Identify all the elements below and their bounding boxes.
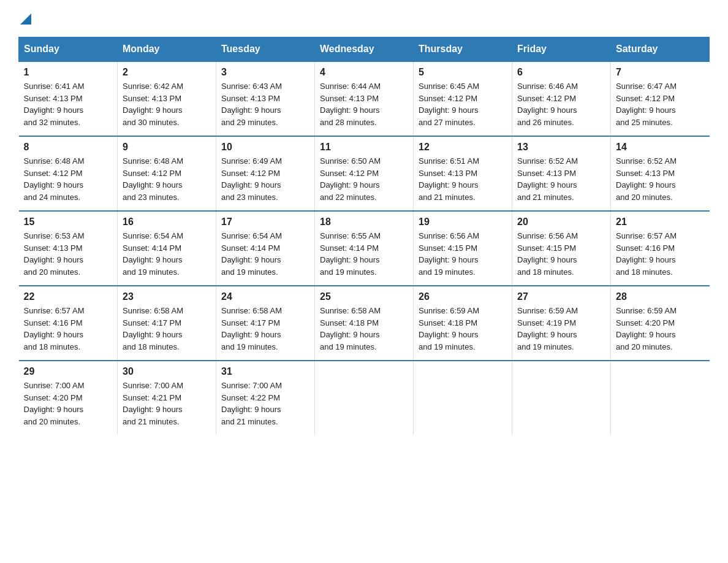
day-info: Sunrise: 6:58 AM Sunset: 4:17 PM Dayligh…	[221, 305, 309, 353]
calendar-day-cell: 6 Sunrise: 6:46 AM Sunset: 4:12 PM Dayli…	[512, 61, 611, 136]
calendar-day-cell: 29 Sunrise: 7:00 AM Sunset: 4:20 PM Dayl…	[19, 361, 118, 435]
calendar-day-cell: 13 Sunrise: 6:52 AM Sunset: 4:13 PM Dayl…	[512, 136, 611, 211]
calendar-day-cell: 15 Sunrise: 6:53 AM Sunset: 4:13 PM Dayl…	[19, 211, 118, 286]
calendar-day-cell: 9 Sunrise: 6:48 AM Sunset: 4:12 PM Dayli…	[118, 136, 216, 211]
day-number: 13	[517, 142, 605, 153]
weekday-header-thursday: Thursday	[414, 37, 512, 62]
calendar-week-row: 15 Sunrise: 6:53 AM Sunset: 4:13 PM Dayl…	[19, 211, 710, 286]
calendar-day-cell: 31 Sunrise: 7:00 AM Sunset: 4:22 PM Dayl…	[216, 361, 315, 435]
day-info: Sunrise: 6:58 AM Sunset: 4:17 PM Dayligh…	[123, 305, 211, 353]
day-number: 30	[123, 366, 211, 377]
day-number: 29	[24, 366, 113, 377]
day-number: 16	[123, 216, 211, 228]
calendar-week-row: 1 Sunrise: 6:41 AM Sunset: 4:13 PM Dayli…	[19, 61, 710, 136]
day-number: 26	[419, 291, 507, 302]
day-number: 12	[419, 142, 507, 153]
calendar-day-cell: 20 Sunrise: 6:56 AM Sunset: 4:15 PM Dayl…	[512, 211, 611, 286]
calendar-day-cell: 8 Sunrise: 6:48 AM Sunset: 4:12 PM Dayli…	[19, 136, 118, 211]
calendar-day-cell: 10 Sunrise: 6:49 AM Sunset: 4:12 PM Dayl…	[216, 136, 315, 211]
day-number: 22	[24, 291, 113, 302]
calendar-day-cell: 22 Sunrise: 6:57 AM Sunset: 4:16 PM Dayl…	[19, 286, 118, 361]
day-info: Sunrise: 6:59 AM Sunset: 4:20 PM Dayligh…	[616, 305, 705, 353]
calendar-day-cell: 28 Sunrise: 6:59 AM Sunset: 4:20 PM Dayl…	[611, 286, 710, 361]
calendar-week-row: 8 Sunrise: 6:48 AM Sunset: 4:12 PM Dayli…	[19, 136, 710, 211]
day-number: 25	[320, 291, 408, 302]
calendar-day-cell: 5 Sunrise: 6:45 AM Sunset: 4:12 PM Dayli…	[414, 61, 512, 136]
day-number: 1	[24, 67, 113, 78]
day-info: Sunrise: 6:44 AM Sunset: 4:13 PM Dayligh…	[320, 80, 408, 128]
calendar-day-cell: 16 Sunrise: 6:54 AM Sunset: 4:14 PM Dayl…	[118, 211, 216, 286]
calendar-day-cell	[512, 361, 611, 435]
logo-triangle-icon	[20, 13, 31, 25]
day-number: 11	[320, 142, 408, 153]
calendar-day-cell: 26 Sunrise: 6:59 AM Sunset: 4:18 PM Dayl…	[414, 286, 512, 361]
svg-marker-0	[20, 13, 31, 25]
weekday-header-saturday: Saturday	[611, 37, 710, 62]
calendar-week-row: 22 Sunrise: 6:57 AM Sunset: 4:16 PM Dayl…	[19, 286, 710, 361]
day-number: 14	[616, 142, 705, 153]
calendar-day-cell: 17 Sunrise: 6:54 AM Sunset: 4:14 PM Dayl…	[216, 211, 315, 286]
day-number: 28	[616, 291, 705, 302]
day-info: Sunrise: 6:56 AM Sunset: 4:15 PM Dayligh…	[517, 230, 605, 278]
day-info: Sunrise: 6:59 AM Sunset: 4:19 PM Dayligh…	[517, 305, 605, 353]
calendar-day-cell: 25 Sunrise: 6:58 AM Sunset: 4:18 PM Dayl…	[315, 286, 414, 361]
day-info: Sunrise: 6:42 AM Sunset: 4:13 PM Dayligh…	[123, 80, 211, 128]
day-info: Sunrise: 6:59 AM Sunset: 4:18 PM Dayligh…	[419, 305, 507, 353]
weekday-header-sunday: Sunday	[19, 37, 118, 62]
day-info: Sunrise: 6:54 AM Sunset: 4:14 PM Dayligh…	[221, 230, 309, 278]
day-number: 9	[123, 142, 211, 153]
calendar-day-cell: 14 Sunrise: 6:52 AM Sunset: 4:13 PM Dayl…	[611, 136, 710, 211]
weekday-header-monday: Monday	[118, 37, 216, 62]
calendar-day-cell: 1 Sunrise: 6:41 AM Sunset: 4:13 PM Dayli…	[19, 61, 118, 136]
calendar-day-cell: 3 Sunrise: 6:43 AM Sunset: 4:13 PM Dayli…	[216, 61, 315, 136]
day-info: Sunrise: 6:41 AM Sunset: 4:13 PM Dayligh…	[24, 80, 113, 128]
day-number: 23	[123, 291, 211, 302]
day-info: Sunrise: 6:58 AM Sunset: 4:18 PM Dayligh…	[320, 305, 408, 353]
calendar-day-cell: 4 Sunrise: 6:44 AM Sunset: 4:13 PM Dayli…	[315, 61, 414, 136]
day-info: Sunrise: 6:52 AM Sunset: 4:13 PM Dayligh…	[517, 155, 605, 203]
day-number: 6	[517, 67, 605, 78]
weekday-header-friday: Friday	[512, 37, 611, 62]
calendar-day-cell: 19 Sunrise: 6:56 AM Sunset: 4:15 PM Dayl…	[414, 211, 512, 286]
day-info: Sunrise: 6:51 AM Sunset: 4:13 PM Dayligh…	[419, 155, 507, 203]
calendar-day-cell: 18 Sunrise: 6:55 AM Sunset: 4:14 PM Dayl…	[315, 211, 414, 286]
day-number: 2	[123, 67, 211, 78]
day-info: Sunrise: 6:57 AM Sunset: 4:16 PM Dayligh…	[616, 230, 705, 278]
calendar-day-cell: 2 Sunrise: 6:42 AM Sunset: 4:13 PM Dayli…	[118, 61, 216, 136]
day-info: Sunrise: 6:57 AM Sunset: 4:16 PM Dayligh…	[24, 305, 113, 353]
day-info: Sunrise: 7:00 AM Sunset: 4:20 PM Dayligh…	[24, 380, 113, 427]
day-number: 18	[320, 216, 408, 228]
day-number: 8	[24, 142, 113, 153]
calendar-day-cell: 21 Sunrise: 6:57 AM Sunset: 4:16 PM Dayl…	[611, 211, 710, 286]
calendar-week-row: 29 Sunrise: 7:00 AM Sunset: 4:20 PM Dayl…	[19, 361, 710, 435]
day-info: Sunrise: 6:45 AM Sunset: 4:12 PM Dayligh…	[419, 80, 507, 128]
day-info: Sunrise: 6:48 AM Sunset: 4:12 PM Dayligh…	[123, 155, 211, 203]
logo	[18, 12, 31, 25]
calendar-table: SundayMondayTuesdayWednesdayThursdayFrid…	[18, 37, 710, 435]
day-info: Sunrise: 6:46 AM Sunset: 4:12 PM Dayligh…	[517, 80, 605, 128]
page-header	[18, 12, 710, 25]
day-number: 20	[517, 216, 605, 228]
calendar-day-cell: 23 Sunrise: 6:58 AM Sunset: 4:17 PM Dayl…	[118, 286, 216, 361]
day-number: 17	[221, 216, 309, 228]
calendar-day-cell	[315, 361, 414, 435]
day-info: Sunrise: 6:47 AM Sunset: 4:12 PM Dayligh…	[616, 80, 705, 128]
day-info: Sunrise: 7:00 AM Sunset: 4:22 PM Dayligh…	[221, 380, 309, 427]
day-number: 27	[517, 291, 605, 302]
calendar-day-cell: 11 Sunrise: 6:50 AM Sunset: 4:12 PM Dayl…	[315, 136, 414, 211]
day-info: Sunrise: 6:54 AM Sunset: 4:14 PM Dayligh…	[123, 230, 211, 278]
day-info: Sunrise: 6:43 AM Sunset: 4:13 PM Dayligh…	[221, 80, 309, 128]
day-number: 31	[221, 366, 309, 377]
calendar-day-cell	[611, 361, 710, 435]
day-number: 5	[419, 67, 507, 78]
day-number: 4	[320, 67, 408, 78]
day-info: Sunrise: 6:52 AM Sunset: 4:13 PM Dayligh…	[616, 155, 705, 203]
day-number: 10	[221, 142, 309, 153]
weekday-header-wednesday: Wednesday	[315, 37, 414, 62]
day-info: Sunrise: 7:00 AM Sunset: 4:21 PM Dayligh…	[123, 380, 211, 427]
day-info: Sunrise: 6:53 AM Sunset: 4:13 PM Dayligh…	[24, 230, 113, 278]
calendar-day-cell: 27 Sunrise: 6:59 AM Sunset: 4:19 PM Dayl…	[512, 286, 611, 361]
calendar-day-cell	[414, 361, 512, 435]
day-number: 21	[616, 216, 705, 228]
day-number: 15	[24, 216, 113, 228]
